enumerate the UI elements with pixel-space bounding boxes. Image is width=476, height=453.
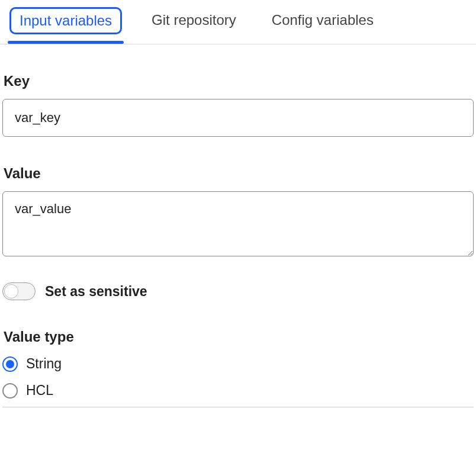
- key-input[interactable]: [2, 99, 474, 137]
- tab-git-repository[interactable]: Git repository: [146, 7, 242, 44]
- toggle-knob-icon: [4, 284, 18, 298]
- sensitive-toggle-row: Set as sensitive: [2, 282, 474, 300]
- value-label: Value: [2, 165, 474, 182]
- tab-config-variables[interactable]: Config variables: [266, 7, 379, 44]
- radio-hcl[interactable]: HCL: [2, 383, 474, 399]
- radio-hcl-label: HCL: [26, 383, 53, 399]
- radio-string-label: String: [26, 356, 62, 372]
- key-label: Key: [2, 73, 474, 89]
- radio-icon: [2, 383, 18, 399]
- value-type-label: Value type: [2, 329, 474, 345]
- tab-bar: Input variables Git repository Config va…: [0, 0, 476, 44]
- sensitive-toggle[interactable]: [2, 282, 36, 300]
- radio-icon: [2, 356, 18, 372]
- value-textarea[interactable]: var_value: [2, 191, 474, 256]
- variable-form: Key Value var_value Set as sensitive Val…: [0, 73, 476, 407]
- radio-string[interactable]: String: [2, 356, 474, 372]
- sensitive-toggle-label: Set as sensitive: [45, 284, 147, 300]
- divider: [2, 407, 474, 407]
- tab-input-variables[interactable]: Input variables: [9, 7, 122, 34]
